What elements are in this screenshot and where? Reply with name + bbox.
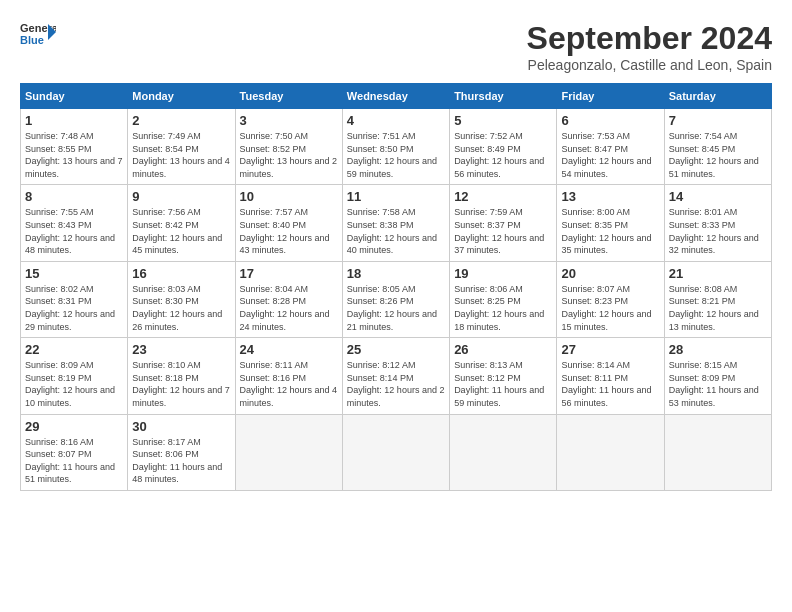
day-info: Sunrise: 8:15 AMSunset: 8:09 PMDaylight:…	[669, 359, 767, 409]
day-number: 23	[132, 342, 230, 357]
day-number: 21	[669, 266, 767, 281]
day-number: 28	[669, 342, 767, 357]
day-info: Sunrise: 8:11 AMSunset: 8:16 PMDaylight:…	[240, 359, 338, 409]
day-info: Sunrise: 8:16 AMSunset: 8:07 PMDaylight:…	[25, 436, 123, 486]
title-area: September 2024 Peleagonzalo, Castille an…	[527, 20, 772, 73]
day-header-monday: Monday	[128, 84, 235, 109]
calendar-cell: 15Sunrise: 8:02 AMSunset: 8:31 PMDayligh…	[21, 261, 128, 337]
day-header-thursday: Thursday	[450, 84, 557, 109]
calendar-cell: 22Sunrise: 8:09 AMSunset: 8:19 PMDayligh…	[21, 338, 128, 414]
calendar-cell: 10Sunrise: 7:57 AMSunset: 8:40 PMDayligh…	[235, 185, 342, 261]
calendar-cell	[557, 414, 664, 490]
day-info: Sunrise: 8:06 AMSunset: 8:25 PMDaylight:…	[454, 283, 552, 333]
day-number: 14	[669, 189, 767, 204]
calendar-cell: 4Sunrise: 7:51 AMSunset: 8:50 PMDaylight…	[342, 109, 449, 185]
calendar-cell: 21Sunrise: 8:08 AMSunset: 8:21 PMDayligh…	[664, 261, 771, 337]
calendar-week-5: 29Sunrise: 8:16 AMSunset: 8:07 PMDayligh…	[21, 414, 772, 490]
day-info: Sunrise: 7:48 AMSunset: 8:55 PMDaylight:…	[25, 130, 123, 180]
calendar-cell: 3Sunrise: 7:50 AMSunset: 8:52 PMDaylight…	[235, 109, 342, 185]
calendar-cell: 2Sunrise: 7:49 AMSunset: 8:54 PMDaylight…	[128, 109, 235, 185]
day-number: 1	[25, 113, 123, 128]
calendar-week-3: 15Sunrise: 8:02 AMSunset: 8:31 PMDayligh…	[21, 261, 772, 337]
day-info: Sunrise: 7:51 AMSunset: 8:50 PMDaylight:…	[347, 130, 445, 180]
day-number: 27	[561, 342, 659, 357]
calendar-cell: 23Sunrise: 8:10 AMSunset: 8:18 PMDayligh…	[128, 338, 235, 414]
day-number: 26	[454, 342, 552, 357]
calendar-table: SundayMondayTuesdayWednesdayThursdayFrid…	[20, 83, 772, 491]
day-number: 3	[240, 113, 338, 128]
calendar-week-2: 8Sunrise: 7:55 AMSunset: 8:43 PMDaylight…	[21, 185, 772, 261]
day-info: Sunrise: 8:14 AMSunset: 8:11 PMDaylight:…	[561, 359, 659, 409]
day-info: Sunrise: 7:50 AMSunset: 8:52 PMDaylight:…	[240, 130, 338, 180]
day-info: Sunrise: 7:59 AMSunset: 8:37 PMDaylight:…	[454, 206, 552, 256]
calendar-week-1: 1Sunrise: 7:48 AMSunset: 8:55 PMDaylight…	[21, 109, 772, 185]
day-header-friday: Friday	[557, 84, 664, 109]
calendar-cell: 30Sunrise: 8:17 AMSunset: 8:06 PMDayligh…	[128, 414, 235, 490]
day-header-sunday: Sunday	[21, 84, 128, 109]
calendar-cell	[450, 414, 557, 490]
day-header-saturday: Saturday	[664, 84, 771, 109]
calendar-cell: 27Sunrise: 8:14 AMSunset: 8:11 PMDayligh…	[557, 338, 664, 414]
calendar-cell: 6Sunrise: 7:53 AMSunset: 8:47 PMDaylight…	[557, 109, 664, 185]
day-number: 10	[240, 189, 338, 204]
day-info: Sunrise: 7:56 AMSunset: 8:42 PMDaylight:…	[132, 206, 230, 256]
day-number: 30	[132, 419, 230, 434]
day-number: 12	[454, 189, 552, 204]
day-number: 24	[240, 342, 338, 357]
day-info: Sunrise: 7:53 AMSunset: 8:47 PMDaylight:…	[561, 130, 659, 180]
day-info: Sunrise: 8:17 AMSunset: 8:06 PMDaylight:…	[132, 436, 230, 486]
calendar-cell: 17Sunrise: 8:04 AMSunset: 8:28 PMDayligh…	[235, 261, 342, 337]
day-info: Sunrise: 7:49 AMSunset: 8:54 PMDaylight:…	[132, 130, 230, 180]
calendar-cell: 8Sunrise: 7:55 AMSunset: 8:43 PMDaylight…	[21, 185, 128, 261]
calendar-header-row: SundayMondayTuesdayWednesdayThursdayFrid…	[21, 84, 772, 109]
calendar-cell: 26Sunrise: 8:13 AMSunset: 8:12 PMDayligh…	[450, 338, 557, 414]
day-info: Sunrise: 8:13 AMSunset: 8:12 PMDaylight:…	[454, 359, 552, 409]
day-number: 16	[132, 266, 230, 281]
calendar-cell: 7Sunrise: 7:54 AMSunset: 8:45 PMDaylight…	[664, 109, 771, 185]
day-number: 25	[347, 342, 445, 357]
day-info: Sunrise: 8:04 AMSunset: 8:28 PMDaylight:…	[240, 283, 338, 333]
day-info: Sunrise: 8:10 AMSunset: 8:18 PMDaylight:…	[132, 359, 230, 409]
calendar-cell: 25Sunrise: 8:12 AMSunset: 8:14 PMDayligh…	[342, 338, 449, 414]
day-number: 29	[25, 419, 123, 434]
calendar-cell: 14Sunrise: 8:01 AMSunset: 8:33 PMDayligh…	[664, 185, 771, 261]
calendar-cell: 1Sunrise: 7:48 AMSunset: 8:55 PMDaylight…	[21, 109, 128, 185]
calendar-cell: 9Sunrise: 7:56 AMSunset: 8:42 PMDaylight…	[128, 185, 235, 261]
day-number: 9	[132, 189, 230, 204]
day-number: 18	[347, 266, 445, 281]
calendar-cell: 12Sunrise: 7:59 AMSunset: 8:37 PMDayligh…	[450, 185, 557, 261]
day-info: Sunrise: 8:05 AMSunset: 8:26 PMDaylight:…	[347, 283, 445, 333]
day-info: Sunrise: 7:55 AMSunset: 8:43 PMDaylight:…	[25, 206, 123, 256]
day-info: Sunrise: 8:09 AMSunset: 8:19 PMDaylight:…	[25, 359, 123, 409]
location: Peleagonzalo, Castille and Leon, Spain	[527, 57, 772, 73]
day-info: Sunrise: 8:02 AMSunset: 8:31 PMDaylight:…	[25, 283, 123, 333]
day-number: 2	[132, 113, 230, 128]
svg-text:Blue: Blue	[20, 34, 44, 46]
day-number: 7	[669, 113, 767, 128]
day-info: Sunrise: 8:07 AMSunset: 8:23 PMDaylight:…	[561, 283, 659, 333]
day-info: Sunrise: 8:03 AMSunset: 8:30 PMDaylight:…	[132, 283, 230, 333]
day-header-wednesday: Wednesday	[342, 84, 449, 109]
day-number: 17	[240, 266, 338, 281]
day-info: Sunrise: 8:08 AMSunset: 8:21 PMDaylight:…	[669, 283, 767, 333]
day-number: 5	[454, 113, 552, 128]
day-info: Sunrise: 7:54 AMSunset: 8:45 PMDaylight:…	[669, 130, 767, 180]
calendar-cell: 13Sunrise: 8:00 AMSunset: 8:35 PMDayligh…	[557, 185, 664, 261]
calendar-week-4: 22Sunrise: 8:09 AMSunset: 8:19 PMDayligh…	[21, 338, 772, 414]
calendar-cell: 20Sunrise: 8:07 AMSunset: 8:23 PMDayligh…	[557, 261, 664, 337]
calendar-cell: 11Sunrise: 7:58 AMSunset: 8:38 PMDayligh…	[342, 185, 449, 261]
day-number: 15	[25, 266, 123, 281]
day-info: Sunrise: 8:12 AMSunset: 8:14 PMDaylight:…	[347, 359, 445, 409]
day-number: 11	[347, 189, 445, 204]
day-number: 4	[347, 113, 445, 128]
calendar-cell: 19Sunrise: 8:06 AMSunset: 8:25 PMDayligh…	[450, 261, 557, 337]
calendar-cell: 28Sunrise: 8:15 AMSunset: 8:09 PMDayligh…	[664, 338, 771, 414]
calendar-cell: 16Sunrise: 8:03 AMSunset: 8:30 PMDayligh…	[128, 261, 235, 337]
day-number: 19	[454, 266, 552, 281]
logo-icon: General Blue	[20, 20, 56, 48]
day-number: 13	[561, 189, 659, 204]
day-info: Sunrise: 7:52 AMSunset: 8:49 PMDaylight:…	[454, 130, 552, 180]
day-info: Sunrise: 7:58 AMSunset: 8:38 PMDaylight:…	[347, 206, 445, 256]
calendar-cell: 18Sunrise: 8:05 AMSunset: 8:26 PMDayligh…	[342, 261, 449, 337]
day-info: Sunrise: 8:00 AMSunset: 8:35 PMDaylight:…	[561, 206, 659, 256]
